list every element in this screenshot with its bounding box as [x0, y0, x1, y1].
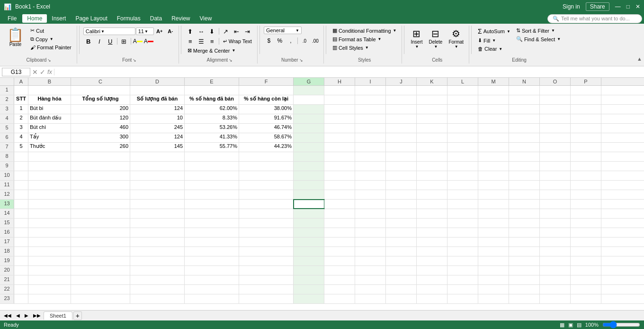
cell-J5[interactable] — [386, 124, 417, 133]
cell-B18[interactable] — [28, 247, 71, 256]
cell-M12[interactable] — [478, 190, 509, 199]
align-left-button[interactable]: ≡ — [185, 37, 196, 46]
menu-page-layout[interactable]: Page Layout — [71, 14, 112, 23]
sheet-tab-1[interactable]: Sheet1 — [44, 311, 72, 320]
cell-D20[interactable] — [130, 266, 185, 275]
cell-N18[interactable] — [509, 247, 540, 256]
status-view-break[interactable]: ▤ — [577, 322, 581, 327]
col-header-B[interactable]: B — [28, 78, 71, 85]
col-header-N[interactable]: N — [509, 78, 540, 85]
cell-G17[interactable] — [294, 238, 324, 247]
comma-button[interactable]: , — [286, 36, 296, 46]
cell-I14[interactable] — [355, 209, 386, 218]
cell-L9[interactable] — [447, 162, 478, 171]
cell-B21[interactable] — [28, 275, 71, 284]
cell-H14[interactable] — [324, 209, 355, 218]
cell-B19[interactable] — [28, 256, 71, 265]
cell-A6[interactable]: 4 — [14, 133, 28, 142]
cell-B6[interactable]: Tẩy — [28, 133, 71, 142]
cell-J10[interactable] — [386, 171, 417, 180]
cell-P18[interactable] — [571, 247, 601, 256]
status-view-layout[interactable]: ▣ — [568, 322, 573, 327]
cell-I16[interactable] — [355, 228, 386, 237]
find-select-button[interactable]: 🔍 Find & Select ▼ — [514, 35, 563, 43]
cell-N8[interactable] — [509, 152, 540, 161]
wrap-text-button[interactable]: ↵ Wrap Text — [221, 37, 254, 46]
cell-E11[interactable] — [185, 181, 239, 190]
cell-O5[interactable] — [540, 124, 571, 133]
cell-E22[interactable] — [185, 285, 239, 294]
cell-P16[interactable] — [571, 228, 601, 237]
percent-button[interactable]: % — [275, 36, 285, 46]
cell-B8[interactable] — [28, 152, 71, 161]
cell-C21[interactable] — [71, 275, 130, 284]
cell-N15[interactable] — [509, 219, 540, 228]
cell-O13[interactable] — [540, 200, 571, 209]
indent-increase-button[interactable]: ⇥ — [242, 27, 253, 36]
cell-J13[interactable] — [386, 200, 417, 209]
row-number-16[interactable]: 16 — [0, 228, 14, 237]
row-number-22[interactable]: 22 — [0, 285, 14, 294]
cell-G15[interactable] — [294, 219, 324, 228]
cell-E2[interactable]: % số hàng đã bán — [185, 95, 239, 104]
cell-C10[interactable] — [71, 171, 130, 180]
cell-G22[interactable] — [294, 285, 324, 294]
cell-F10[interactable] — [239, 171, 294, 180]
sheet-nav-right[interactable]: ▶▶ — [31, 312, 43, 319]
cell-B15[interactable] — [28, 219, 71, 228]
insert-function-icon[interactable]: fx — [47, 68, 52, 75]
cell-J21[interactable] — [386, 275, 417, 284]
cell-G7[interactable] — [294, 143, 324, 152]
cell-J23[interactable] — [386, 294, 417, 303]
row-number-9[interactable]: 9 — [0, 162, 14, 171]
cell-N11[interactable] — [509, 181, 540, 190]
row-number-20[interactable]: 20 — [0, 266, 14, 275]
format-painter-button[interactable]: 🖌 Format Painter — [28, 44, 74, 51]
cell-C22[interactable] — [71, 285, 130, 294]
col-header-O[interactable]: O — [540, 78, 571, 85]
cell-O11[interactable] — [540, 181, 571, 190]
cell-J20[interactable] — [386, 266, 417, 275]
cell-L22[interactable] — [447, 285, 478, 294]
cell-C8[interactable] — [71, 152, 130, 161]
cell-J7[interactable] — [386, 143, 417, 152]
menu-home[interactable]: Home — [22, 14, 47, 23]
cell-P12[interactable] — [571, 190, 601, 199]
cell-M9[interactable] — [478, 162, 509, 171]
bold-button[interactable]: B — [83, 37, 94, 46]
cell-A12[interactable] — [14, 190, 28, 199]
cell-K6[interactable] — [417, 133, 447, 142]
cell-E16[interactable] — [185, 228, 239, 237]
cell-L18[interactable] — [447, 247, 478, 256]
copy-button[interactable]: ⧉ Copy ▼ — [28, 35, 74, 43]
cell-E17[interactable] — [185, 238, 239, 247]
cell-E13[interactable] — [185, 200, 239, 209]
status-view-normal[interactable]: ▦ — [560, 322, 564, 327]
cell-B3[interactable]: Bút bi — [28, 105, 71, 114]
cell-E3[interactable]: 62.00% — [185, 105, 239, 114]
cell-K22[interactable] — [417, 285, 447, 294]
menu-review[interactable]: Review — [167, 14, 195, 23]
cell-L21[interactable] — [447, 275, 478, 284]
cell-B13[interactable] — [28, 200, 71, 209]
cell-M17[interactable] — [478, 238, 509, 247]
cell-E20[interactable] — [185, 266, 239, 275]
cell-F3[interactable]: 38.00% — [239, 105, 294, 114]
cell-F19[interactable] — [239, 256, 294, 265]
cell-G6[interactable] — [294, 133, 324, 142]
cell-P23[interactable] — [571, 294, 601, 303]
col-header-I[interactable]: I — [355, 78, 386, 85]
menu-view[interactable]: View — [195, 14, 217, 23]
cell-E6[interactable]: 41.33% — [185, 133, 239, 142]
cell-C23[interactable] — [71, 294, 130, 303]
cell-D15[interactable] — [130, 219, 185, 228]
cell-D9[interactable] — [130, 162, 185, 171]
cell-H10[interactable] — [324, 171, 355, 180]
cell-D19[interactable] — [130, 256, 185, 265]
cell-P17[interactable] — [571, 238, 601, 247]
cell-P9[interactable] — [571, 162, 601, 171]
cell-M13[interactable] — [478, 200, 509, 209]
cell-M16[interactable] — [478, 228, 509, 237]
cell-M7[interactable] — [478, 143, 509, 152]
cell-G2[interactable] — [294, 95, 324, 104]
